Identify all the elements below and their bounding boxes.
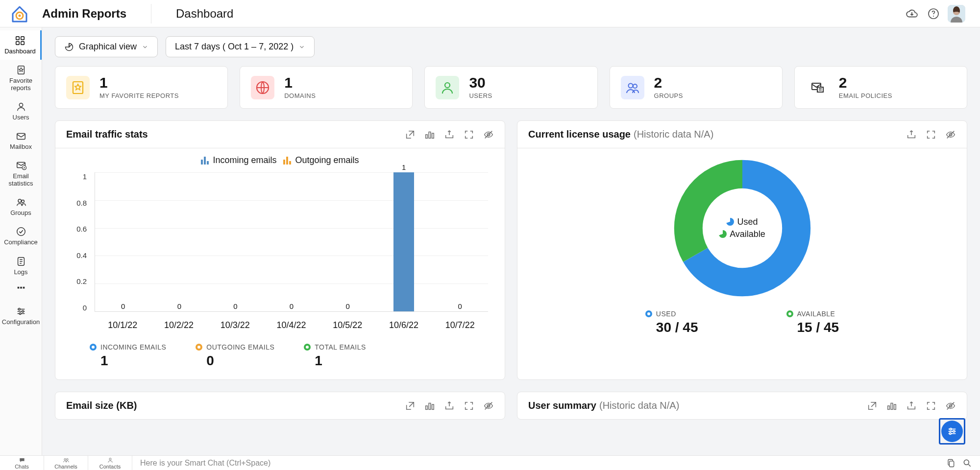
- stat-value: 1: [99, 75, 179, 90]
- sidebar-label: Favorite reports: [1, 77, 41, 92]
- export-icon[interactable]: [906, 129, 917, 140]
- dot-icon: [90, 344, 97, 351]
- fullscreen-icon[interactable]: [926, 400, 936, 411]
- date-range-dropdown[interactable]: Last 7 days ( Oct 1 – 7, 2022 ): [166, 36, 315, 57]
- summary-label: AVAILABLE: [797, 310, 835, 318]
- panel-title: Email traffic stats: [66, 129, 148, 140]
- svg-rect-50: [891, 403, 893, 409]
- svg-rect-39: [283, 160, 285, 164]
- svg-point-56: [64, 458, 66, 460]
- panel-title: Current license usage: [528, 129, 631, 140]
- copy-icon[interactable]: [946, 458, 956, 468]
- bar-column: 0: [319, 172, 376, 311]
- footer-tab-chats[interactable]: Chats: [0, 456, 44, 470]
- svg-rect-49: [888, 406, 890, 409]
- sidebar-item-mailbox[interactable]: Mailbox: [0, 126, 42, 155]
- stat-card[interactable]: 2EMAIL POLICIES: [794, 66, 967, 109]
- bar: [393, 172, 414, 311]
- view-mode-dropdown[interactable]: Graphical view: [55, 36, 158, 57]
- svg-rect-33: [429, 132, 431, 138]
- sidebar-item-more[interactable]: [0, 281, 42, 301]
- x-tick-label: 10/6/22: [376, 320, 432, 330]
- pie-icon: [726, 218, 734, 226]
- summary-value: 1: [90, 353, 166, 369]
- fullscreen-icon[interactable]: [464, 400, 474, 411]
- panel-actions: [867, 400, 956, 411]
- hide-icon[interactable]: [945, 129, 956, 140]
- bar-column: 0: [207, 172, 264, 311]
- popout-icon[interactable]: [405, 400, 416, 411]
- hide-icon[interactable]: [483, 129, 494, 140]
- stat-label: MY FAVORITE REPORTS: [99, 92, 179, 99]
- bar-value-label: 0: [121, 302, 125, 310]
- footer-tab-contacts[interactable]: Contacts: [88, 456, 132, 470]
- footer-tab-label: Chats: [15, 464, 29, 470]
- sidebar-label: Logs: [14, 269, 27, 276]
- app-logo[interactable]: [9, 3, 30, 24]
- bar-icon: [201, 157, 210, 164]
- help-icon[interactable]: [926, 6, 941, 21]
- avatar[interactable]: [948, 5, 965, 23]
- panel-user-summary: User summary (Historic data N/A): [517, 392, 967, 420]
- policy-icon: [806, 76, 829, 99]
- dot-icon: [196, 344, 202, 351]
- sidebar: Dashboard Favorite reports Users Mailbox…: [0, 27, 42, 455]
- hide-icon[interactable]: [945, 400, 956, 411]
- bar-icon: [283, 157, 292, 164]
- panel-subtitle: (Historic data N/A): [634, 129, 713, 140]
- channels-icon: [63, 457, 70, 464]
- popout-icon[interactable]: [867, 400, 878, 411]
- sidebar-item-dashboard[interactable]: Dashboard: [0, 30, 42, 60]
- summary-label: TOTAL EMAILS: [315, 343, 366, 351]
- svg-rect-51: [894, 404, 896, 409]
- svg-point-54: [953, 430, 955, 432]
- svg-rect-19: [17, 287, 19, 289]
- bar-value-label: 0: [290, 302, 294, 310]
- fullscreen-icon[interactable]: [464, 129, 474, 140]
- svg-point-11: [19, 103, 23, 107]
- stat-value: 2: [654, 75, 683, 90]
- sidebar-item-email-statistics[interactable]: Email statistics: [0, 155, 42, 192]
- stat-cards-row: 1MY FAVORITE REPORTS1DOMAINS30USERS2GROU…: [55, 66, 967, 109]
- bar-column: 0: [151, 172, 208, 311]
- export-icon[interactable]: [444, 129, 455, 140]
- sidebar-item-groups[interactable]: Groups: [0, 192, 42, 221]
- popout-icon[interactable]: [405, 129, 416, 140]
- settings-fab[interactable]: [939, 418, 965, 445]
- search-icon[interactable]: [962, 458, 972, 468]
- export-icon[interactable]: [906, 400, 917, 411]
- chevron-down-icon: [142, 44, 148, 50]
- chart-type-icon[interactable]: [424, 400, 435, 411]
- bar-value-label: 0: [177, 302, 181, 310]
- export-icon[interactable]: [444, 400, 455, 411]
- hide-icon[interactable]: [483, 400, 494, 411]
- summary-value: 15 / 45: [786, 320, 839, 335]
- fullscreen-icon[interactable]: [926, 129, 936, 140]
- cloud-download-icon[interactable]: [905, 6, 919, 21]
- footer-tab-channels[interactable]: Channels: [44, 456, 88, 470]
- sidebar-label: Groups: [10, 210, 31, 216]
- page-title: Dashboard: [176, 7, 233, 21]
- chart-type-icon[interactable]: [886, 400, 897, 411]
- smart-chat-input[interactable]: Here is your Smart Chat (Ctrl+Space): [132, 459, 946, 468]
- summary-item: TOTAL EMAILS1: [304, 343, 366, 369]
- svg-rect-41: [289, 161, 291, 164]
- sidebar-item-users[interactable]: Users: [0, 96, 42, 126]
- chart-type-icon[interactable]: [424, 129, 435, 140]
- svg-point-22: [18, 308, 20, 310]
- sidebar-item-logs[interactable]: Logs: [0, 251, 42, 281]
- sidebar-item-favorite-reports[interactable]: Favorite reports: [0, 60, 42, 96]
- panel-email-size: Email size (KB): [55, 392, 505, 420]
- controls-row: Graphical view Last 7 days ( Oct 1 – 7, …: [55, 36, 967, 57]
- x-tick-label: 10/5/22: [319, 320, 376, 330]
- pie-icon: [64, 42, 74, 52]
- svg-point-29: [633, 84, 637, 88]
- sidebar-item-compliance[interactable]: Compliance: [0, 221, 42, 251]
- svg-rect-9: [21, 42, 24, 45]
- svg-rect-45: [426, 406, 428, 409]
- stat-card[interactable]: 30USERS: [424, 66, 597, 109]
- sidebar-item-configuration[interactable]: Configuration: [0, 301, 42, 330]
- stat-card[interactable]: 1DOMAINS: [240, 66, 413, 109]
- stat-card[interactable]: 1MY FAVORITE REPORTS: [55, 66, 228, 109]
- stat-card[interactable]: 2GROUPS: [610, 66, 783, 109]
